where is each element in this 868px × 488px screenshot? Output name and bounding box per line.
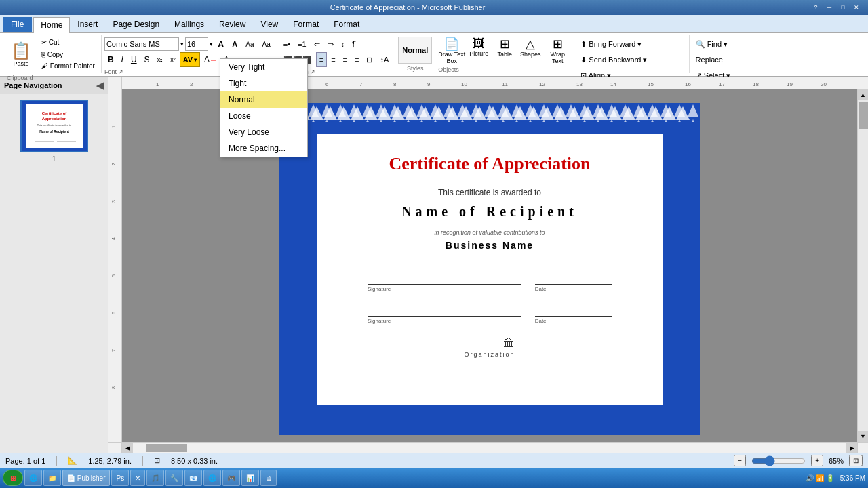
taskbar-files[interactable]: 📁 [43, 470, 61, 486]
shrink-font-button[interactable]: A [229, 37, 241, 52]
align-center-button[interactable]: ≡ [316, 52, 327, 67]
align-right-button[interactable]: ≡ [328, 52, 338, 67]
bring-forward-button[interactable]: ⬆ Bring Forward ▾ [577, 37, 686, 52]
draw-text-box-button[interactable]: 📄 Draw Text Box [438, 37, 465, 65]
paste-button[interactable]: 📋 Paste [5, 35, 37, 73]
help-button[interactable]: ? [810, 2, 822, 13]
cs-more-spacing[interactable]: More Spacing... [220, 140, 307, 157]
cut-button[interactable]: ✂ Cut [38, 37, 98, 48]
horizontal-scrollbar[interactable]: ◀ ▶ [122, 442, 857, 453]
cs-loose[interactable]: Loose [220, 108, 307, 124]
page-thumbnail-image[interactable]: Certificate of Appreciation This certifi… [20, 100, 88, 152]
tab-mailings[interactable]: Mailings [167, 16, 212, 32]
tab-insert[interactable]: Insert [70, 16, 105, 32]
taskbar-photoshop[interactable]: Ps [111, 470, 129, 486]
numbered-list-button[interactable]: ≡1 [294, 37, 310, 52]
vertical-scrollbar[interactable]: ▲ ▼ [857, 89, 868, 442]
cs-very-loose[interactable]: Very Loose [220, 124, 307, 140]
superscript-button[interactable]: x² [167, 52, 179, 67]
grow-font-button[interactable]: A [214, 37, 227, 52]
page-thumbnail-container: Certificate of Appreciation This certifi… [20, 100, 88, 163]
taskbar-app-4[interactable]: 🌐 [203, 470, 221, 486]
scroll-down-button[interactable]: ▼ [858, 431, 868, 442]
tab-format-1[interactable]: Format [285, 16, 326, 32]
signature-2-label: Signature [368, 318, 521, 324]
taskbar-app-1[interactable]: 🎵 [146, 470, 164, 486]
zoom-slider[interactable] [751, 458, 806, 464]
taskbar-app-3[interactable]: 📧 [184, 470, 202, 486]
copy-button[interactable]: ⎘ Copy [38, 49, 98, 60]
font-size-arrow[interactable]: ▾ [210, 41, 213, 47]
bold-button[interactable]: B [104, 52, 117, 67]
ribbon: 📋 Paste ✂ Cut ⎘ Copy 🖌 Format Painter Cl… [0, 33, 868, 77]
scroll-right-button[interactable]: ▶ [846, 443, 857, 453]
table-button[interactable]: ⊞ Table [492, 37, 517, 58]
taskbar-app-x[interactable]: ✕ [130, 470, 145, 486]
tab-view[interactable]: View [253, 16, 285, 32]
svg-marker-50 [378, 106, 391, 120]
tab-page-design[interactable]: Page Design [105, 16, 167, 32]
taskbar-app-5[interactable]: 🎮 [222, 470, 240, 486]
para-dialog-button[interactable]: ↗ [310, 68, 315, 75]
shapes-button[interactable]: △ Shapes [518, 37, 542, 58]
underline-button[interactable]: U [127, 52, 140, 67]
start-button[interactable]: ⊞ [3, 470, 23, 486]
clear-format-button[interactable]: Aa [259, 37, 274, 52]
format-painter-button[interactable]: 🖌 Format Painter [38, 60, 98, 72]
picture-button[interactable]: 🖼 Picture [467, 37, 491, 58]
col-settings-button[interactable]: ⊟ [363, 52, 376, 67]
scroll-up-button[interactable]: ▲ [858, 89, 868, 100]
show-formatting-button[interactable]: ¶ [349, 37, 359, 52]
arrange-items: ⬆ Bring Forward ▾ ⬇ Send Backward ▾ ⊡ Al… [577, 37, 686, 83]
zoom-out-button[interactable]: − [734, 455, 746, 466]
svg-text:1: 1 [156, 81, 159, 87]
text-dir-button[interactable]: ↕A [376, 52, 392, 67]
distributed-button[interactable]: ≡ [351, 52, 362, 67]
font-name-input[interactable] [104, 37, 179, 51]
scroll-thumb-h[interactable] [146, 444, 187, 452]
styles-button[interactable]: Normal [398, 37, 432, 64]
replace-button[interactable]: Replace [692, 52, 734, 67]
page-info: Page: 1 of 1 [5, 457, 45, 465]
taskbar-app-7[interactable]: 🖥 [260, 470, 277, 486]
font-color-button[interactable]: A— [201, 52, 220, 67]
justify-button[interactable]: ≡ [340, 52, 351, 67]
subscript-button[interactable]: x₂ [154, 52, 167, 67]
tab-home[interactable]: Home [33, 17, 70, 33]
font-size-input[interactable] [185, 37, 208, 51]
cs-very-tight[interactable]: Very Tight [220, 59, 307, 75]
cs-normal[interactable]: Normal [220, 92, 307, 108]
line-spacing-button[interactable]: ↕ [338, 37, 349, 52]
font-name-arrow[interactable]: ▾ [180, 41, 184, 47]
minimize-button[interactable]: ─ [823, 2, 835, 13]
svg-marker-52 [405, 106, 418, 120]
change-case-button[interactable]: Aa [242, 37, 257, 52]
tab-file[interactable]: File [3, 17, 32, 32]
bullet-list-button[interactable]: ≡• [280, 37, 294, 52]
character-spacing-button[interactable]: AV▾ [180, 52, 200, 67]
taskbar-ie[interactable]: 🌐 [24, 470, 42, 486]
fit-page-button[interactable]: ⊡ [849, 455, 863, 466]
tab-format-2[interactable]: Format [326, 16, 367, 32]
tab-review[interactable]: Review [212, 16, 253, 32]
strikethrough-button[interactable]: S [141, 52, 153, 67]
zoom-in-button[interactable]: + [811, 455, 823, 466]
scroll-thumb-v[interactable] [859, 102, 868, 129]
taskbar-app-6[interactable]: 📊 [241, 470, 259, 486]
taskbar-publisher[interactable]: 📄 Publisher [62, 470, 110, 486]
wrap-text-button[interactable]: ⊞ Wrap Text [544, 37, 571, 65]
increase-indent-button[interactable]: ⇒ [324, 37, 337, 52]
close-button[interactable]: ✕ [850, 2, 863, 13]
italic-button[interactable]: I [118, 52, 127, 67]
svg-text:10: 10 [461, 81, 467, 87]
decrease-indent-button[interactable]: ⇐ [311, 37, 323, 52]
find-button[interactable]: 🔍 Find ▾ [692, 37, 734, 52]
nav-panel-close-button[interactable]: ◀ [96, 80, 104, 91]
maximize-button[interactable]: □ [837, 2, 849, 13]
ribbon-content: 📋 Paste ✂ Cut ⎘ Copy 🖌 Format Painter Cl… [0, 34, 868, 75]
font-dialog-button[interactable]: ↗ [118, 68, 123, 75]
taskbar-app-2[interactable]: 🔧 [165, 470, 183, 486]
cs-tight[interactable]: Tight [220, 75, 307, 92]
scroll-left-button[interactable]: ◀ [122, 443, 133, 453]
send-backward-button[interactable]: ⬇ Send Backward ▾ [577, 52, 686, 67]
